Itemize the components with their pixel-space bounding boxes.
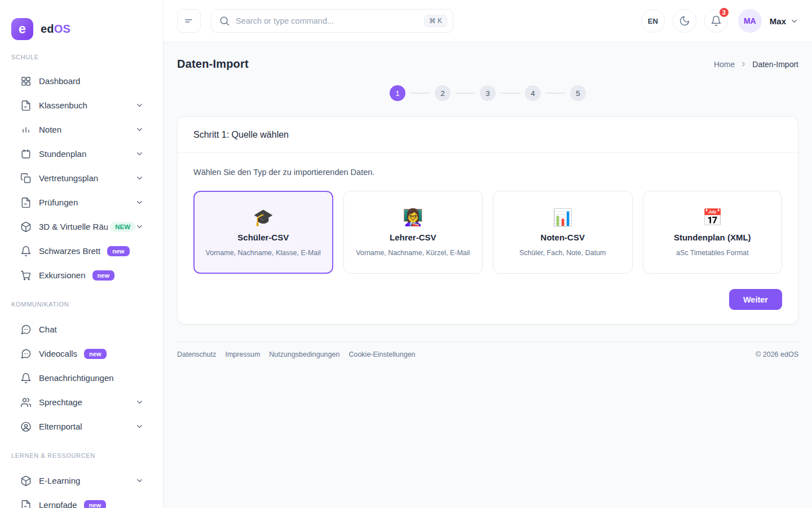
option-desc: Vorname, Nachname, Klasse, E-Mail: [206, 249, 321, 257]
document-icon: [20, 500, 32, 508]
search-input[interactable]: [236, 16, 418, 25]
option-desc: aSc Timetables Format: [676, 249, 749, 257]
chat-bubble-icon: [20, 348, 32, 360]
footer-link-cookie-einstellungen[interactable]: Cookie-Einstellungen: [348, 351, 415, 358]
breadcrumb-current: Daten-Import: [752, 60, 798, 69]
sidebar-item-3d-virtuelle-raeume[interactable]: 3D & Virtuelle Räu NEW: [11, 214, 152, 239]
footer-link-nutzungsbedingungen[interactable]: Nutzungsbedingungen: [269, 351, 339, 358]
sidebar-item-stundenplan[interactable]: Stundenplan: [11, 142, 152, 166]
teacher-icon: 👩‍🏫: [403, 208, 423, 227]
language-button[interactable]: EN: [641, 9, 665, 33]
sidebar-toggle-button[interactable]: [177, 9, 201, 33]
sidebar-item-e-learning[interactable]: E-Learning: [11, 468, 152, 493]
chevron-down-icon: [135, 125, 144, 134]
section-label-kommunikation: KOMMUNIKATION: [11, 301, 152, 308]
nav-schule: Dashboard Klassenbuch Noten Stundenplan …: [11, 69, 152, 287]
sidebar-item-label: Elternportal: [39, 422, 82, 431]
sidebar-item-chat[interactable]: Chat: [11, 317, 152, 341]
wizard-card-header: Schritt 1: Quelle wählen: [178, 117, 798, 153]
sidebar-item-label: Videocalls: [39, 349, 77, 358]
document-icon: [20, 100, 32, 111]
sidebar-item-label: Benachrichtigungen: [39, 373, 114, 383]
bell-icon: [20, 246, 32, 257]
edos-logo-icon: e: [11, 18, 33, 40]
step-connector: [455, 93, 475, 94]
avatar[interactable]: MA: [738, 9, 762, 33]
option-schueler-csv[interactable]: 🎓 Schüler-CSV Vorname, Nachname, Klasse,…: [193, 191, 333, 274]
global-search[interactable]: ⌘ K: [211, 9, 453, 33]
copy-icon: [20, 173, 32, 184]
grid-icon: [20, 76, 32, 87]
sidebar-item-lernpfade[interactable]: Lernpfade new: [11, 493, 152, 508]
wizard-actions: Weiter: [193, 289, 782, 310]
new-badge: NEW: [110, 222, 135, 232]
wizard-card-body: Wählen Sie den Typ der zu importierenden…: [178, 153, 798, 324]
brand-logo[interactable]: e edOS: [11, 0, 152, 40]
step-1[interactable]: 1: [390, 85, 405, 101]
option-title: Noten-CSV: [541, 233, 585, 242]
sidebar-item-klassenbuch[interactable]: Klassenbuch: [11, 93, 152, 117]
footer-link-datenschutz[interactable]: Datenschutz: [177, 351, 216, 358]
wizard-stepper: 1 2 3 4 5: [177, 85, 798, 101]
step-4[interactable]: 4: [525, 85, 541, 101]
sidebar-item-label: Sprechtage: [39, 397, 82, 407]
user-menu[interactable]: Max: [770, 16, 798, 26]
breadcrumb-home-link[interactable]: Home: [714, 60, 735, 69]
sidebar-item-noten[interactable]: Noten: [11, 117, 152, 142]
sidebar-item-dashboard[interactable]: Dashboard: [11, 69, 152, 93]
new-badge: new: [84, 349, 106, 359]
option-title: Lehrer-CSV: [390, 233, 436, 242]
option-stundenplan-xml[interactable]: 📅 Stundenplan (XML) aSc Timetables Forma…: [643, 191, 783, 274]
sidebar-item-sprechtage[interactable]: Sprechtage: [11, 390, 152, 414]
brand-name: edOS: [41, 23, 70, 36]
step-connector: [545, 93, 566, 94]
sidebar-item-label: E-Learning: [39, 476, 80, 485]
option-noten-csv[interactable]: 📊 Noten-CSV Schüler, Fach, Note, Datum: [493, 191, 633, 274]
dark-mode-button[interactable]: [673, 9, 696, 33]
option-title: Stundenplan (XML): [674, 233, 751, 242]
sidebar-item-label: Klassenbuch: [39, 100, 87, 110]
sidebar-item-videocalls[interactable]: Videocalls new: [11, 341, 152, 366]
chevron-down-icon: [135, 198, 144, 207]
page-title: Daten-Import: [177, 58, 249, 71]
sidebar-item-label: Noten: [39, 125, 61, 134]
users-icon: [20, 397, 32, 408]
search-icon: [219, 15, 230, 27]
sidebar: e edOS SCHULE Dashboard Klassenbuch Note…: [0, 0, 164, 508]
copyright: © 2026 edOS: [756, 351, 798, 358]
step-3[interactable]: 3: [480, 85, 496, 101]
notification-count-badge: 3: [718, 7, 730, 18]
new-badge: new: [84, 500, 106, 508]
sidebar-item-vertretungsplan[interactable]: Vertretungsplan: [11, 166, 152, 190]
page-content: Daten-Import Home Daten-Import 1 2 3 4 5: [164, 42, 812, 508]
step-2[interactable]: 2: [435, 85, 451, 101]
sidebar-item-label: Exkursionen: [39, 270, 86, 280]
new-badge: new: [107, 246, 129, 256]
calendar-emoji-icon: 📅: [702, 208, 722, 227]
sidebar-item-exkursionen[interactable]: Exkursionen new: [11, 263, 152, 287]
breadcrumb: Home Daten-Import: [714, 60, 798, 69]
sidebar-item-elternportal[interactable]: Elternportal: [11, 414, 152, 439]
next-button[interactable]: Weiter: [729, 289, 782, 310]
brand-name-prefix: ed: [41, 23, 54, 35]
sidebar-item-benachrichtigungen[interactable]: Benachrichtigungen: [11, 366, 152, 390]
footer-link-impressum[interactable]: Impressum: [225, 351, 260, 358]
section-label-lernen-ressourcen: LERNEN & RESSOURCEN: [11, 452, 152, 459]
sidebar-item-pruefungen[interactable]: Prüfungen: [11, 190, 152, 214]
topbar: ⌘ K EN 3 MA Max: [164, 0, 812, 42]
sidebar-item-schwarzes-brett[interactable]: Schwarzes Brett new: [11, 239, 152, 263]
brand-name-suffix: OS: [54, 23, 70, 35]
import-options: 🎓 Schüler-CSV Vorname, Nachname, Klasse,…: [193, 191, 782, 274]
option-lehrer-csv[interactable]: 👩‍🏫 Lehrer-CSV Vorname, Nachname, Kürzel…: [343, 191, 483, 274]
nav-kommunikation: Chat Videocalls new Benachrichtigungen S…: [11, 317, 152, 439]
user-circle-icon: [20, 421, 32, 432]
step-5[interactable]: 5: [570, 85, 586, 101]
chevron-right-icon: [740, 60, 747, 68]
notifications-button[interactable]: 3: [704, 9, 728, 33]
chevron-down-icon: [135, 150, 144, 158]
page-head: Daten-Import Home Daten-Import: [177, 58, 798, 71]
step-connector: [500, 93, 520, 94]
option-title: Schüler-CSV: [237, 233, 289, 242]
bar-chart-icon: [20, 124, 32, 135]
chevron-down-icon: [135, 101, 144, 110]
